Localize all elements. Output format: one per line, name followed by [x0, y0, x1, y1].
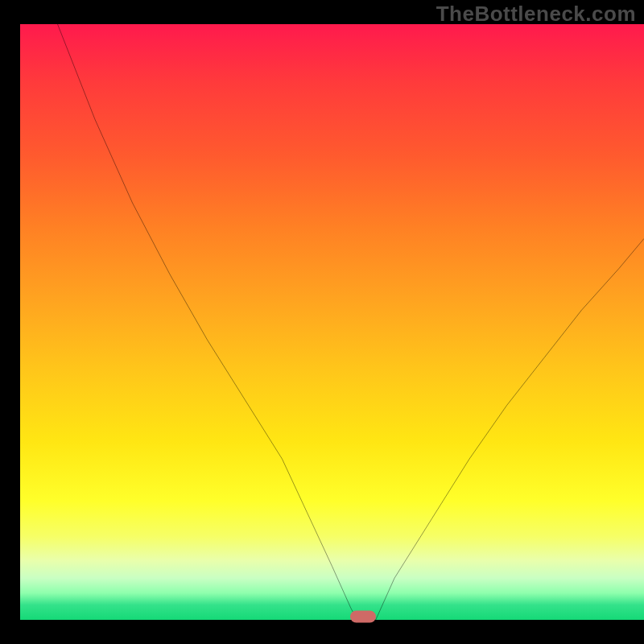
curve-svg [20, 24, 644, 620]
chart-frame: TheBottleneck.com [0, 0, 644, 644]
plot-area [20, 24, 644, 620]
watermark-text: TheBottleneck.com [436, 2, 636, 27]
bottleneck-curve [20, 24, 644, 620]
optimum-marker [350, 611, 376, 623]
